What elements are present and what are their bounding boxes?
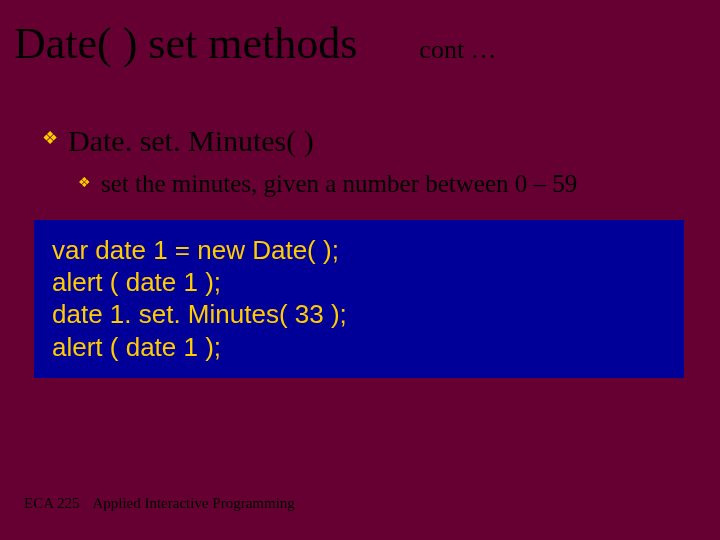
continuation-label: cont … (419, 35, 496, 65)
diamond-bullet-icon: ❖ (42, 124, 58, 153)
code-example-box: var date 1 = new Date( ); alert ( date 1… (34, 220, 684, 378)
diamond-bullet-icon: ❖ (78, 170, 91, 197)
bullet-2-text: set the minutes, given a number between … (101, 170, 577, 198)
code-line: var date 1 = new Date( ); (52, 234, 666, 266)
course-code: ECA 225 (24, 495, 79, 511)
code-line: date 1. set. Minutes( 33 ); (52, 298, 666, 330)
title-line: Date( ) set methods cont … (14, 18, 497, 69)
slide-footer: ECA 225 Applied Interactive Programming (24, 495, 295, 512)
slide-title: Date( ) set methods (14, 18, 357, 69)
bullet-1-text: Date. set. Minutes( ) (68, 124, 314, 158)
course-title: Applied Interactive Programming (92, 495, 294, 511)
bullet-level-2: ❖ set the minutes, given a number betwee… (78, 170, 577, 198)
bullet-level-1: ❖ Date. set. Minutes( ) (42, 124, 314, 158)
code-line: alert ( date 1 ); (52, 331, 666, 363)
code-line: alert ( date 1 ); (52, 266, 666, 298)
